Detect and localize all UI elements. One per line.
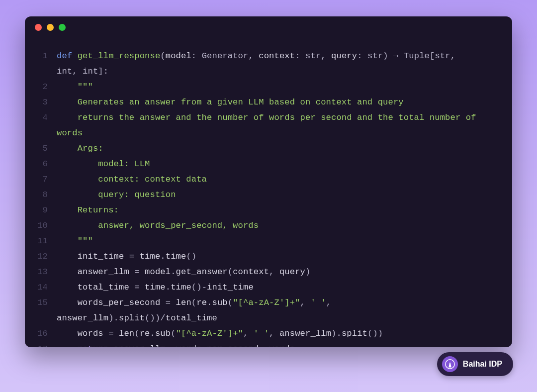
code-line: 5 Args:	[37, 141, 500, 156]
code-content: context: context data	[57, 172, 500, 187]
svg-point-1	[449, 361, 450, 363]
code-content: answer_llm = model.get_answer(context, q…	[57, 264, 500, 280]
code-line: 13 answer_llm = model.get_answer(context…	[37, 264, 500, 280]
code-content: answer_llm).split())/total_time	[57, 310, 500, 326]
line-number: 11	[37, 233, 57, 249]
code-line: 6 model: LLM	[37, 156, 500, 172]
code-line: 10 answer, words_per_second, words	[37, 218, 500, 233]
code-content: Returns:	[57, 202, 500, 218]
line-number: 16	[37, 326, 57, 341]
code-window: 1def get_llm_response(model: Generator, …	[25, 16, 512, 347]
window-title-bar	[25, 16, 512, 38]
code-content: model: LLM	[57, 156, 500, 172]
line-number: 1	[37, 48, 57, 64]
line-number: 2	[37, 79, 57, 95]
brand-badge: Baihai IDP	[437, 352, 513, 376]
code-line: 15 words_per_second = len(re.sub("[^a-zA…	[37, 295, 500, 310]
code-line: 17 return answer_llm, words_per_second, …	[37, 341, 500, 347]
code-line: 8 query: question	[37, 187, 500, 202]
line-number: 8	[37, 187, 57, 202]
code-content: answer, words_per_second, words	[57, 218, 500, 233]
code-content: words_per_second = len(re.sub("[^a-zA-Z'…	[57, 295, 500, 310]
code-line-wrap: words	[37, 125, 500, 141]
code-line: 11 """	[37, 233, 500, 249]
code-content: returns the answer and the number of wor…	[57, 110, 500, 125]
code-line-wrap: answer_llm).split())/total_time	[37, 310, 500, 326]
line-number: 13	[37, 264, 57, 280]
code-line: 4 returns the answer and the number of w…	[37, 110, 500, 125]
brand-label: Baihai IDP	[463, 360, 502, 369]
code-content: Args:	[57, 141, 500, 156]
code-line: 9 Returns:	[37, 202, 500, 218]
code-content: """	[57, 79, 500, 95]
code-line: 12 init_time = time.time()	[37, 249, 500, 264]
line-number: 3	[37, 95, 57, 110]
code-line: 14 total_time = time.time()-init_time	[37, 280, 500, 295]
close-icon[interactable]	[35, 24, 42, 31]
line-number: 12	[37, 249, 57, 264]
line-number: 6	[37, 156, 57, 172]
line-number: 5	[37, 141, 57, 156]
code-line: 7 context: context data	[37, 172, 500, 187]
line-number: 15	[37, 295, 57, 310]
code-line-wrap: int, int]:	[37, 64, 500, 79]
line-number: 10	[37, 218, 57, 233]
line-number: 14	[37, 280, 57, 295]
line-number: 9	[37, 202, 57, 218]
code-line: 1def get_llm_response(model: Generator, …	[37, 48, 500, 64]
code-content: total_time = time.time()-init_time	[57, 280, 500, 295]
code-content: return answer_llm, words_per_second, wor…	[57, 341, 500, 347]
lighthouse-icon	[442, 356, 458, 372]
code-content: query: question	[57, 187, 500, 202]
line-number: 7	[37, 172, 57, 187]
line-number: 17	[37, 341, 57, 347]
code-line: 2 """	[37, 79, 500, 95]
code-content: def get_llm_response(model: Generator, c…	[57, 48, 500, 64]
code-content: Generates an answer from a given LLM bas…	[57, 95, 500, 110]
line-number: 4	[37, 110, 57, 125]
code-line: 16 words = len(re.sub("[^a-zA-Z']+", ' '…	[37, 326, 500, 341]
code-editor: 1def get_llm_response(model: Generator, …	[25, 38, 512, 347]
code-line: 3 Generates an answer from a given LLM b…	[37, 95, 500, 110]
minimize-icon[interactable]	[47, 24, 54, 31]
maximize-icon[interactable]	[59, 24, 66, 31]
code-content: words	[57, 125, 500, 141]
code-content: init_time = time.time()	[57, 249, 500, 264]
code-content: int, int]:	[57, 64, 500, 79]
code-content: words = len(re.sub("[^a-zA-Z']+", ' ', a…	[57, 326, 500, 341]
code-content: """	[57, 233, 500, 249]
